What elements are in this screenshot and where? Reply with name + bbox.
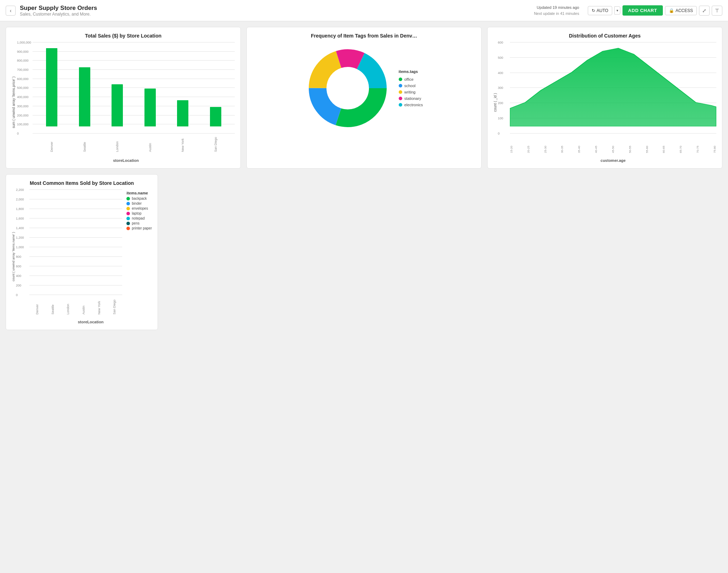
bar-denver	[46, 48, 57, 126]
add-chart-button[interactable]: ADD CHART	[622, 5, 663, 16]
auto-refresh-dropdown[interactable]: ▾	[614, 6, 620, 15]
legend-laptop: laptop	[126, 211, 152, 215]
legend-envelopes: envelopes	[126, 206, 152, 210]
app-header: ‹ Super Supply Store Orders Sales, Custo…	[0, 0, 728, 21]
chart-donut: Frequency of Item Tags from Sales in Den…	[246, 27, 482, 169]
chart-ages: Distribution of Customer Ages count ( _i…	[487, 27, 722, 169]
xtick-austin: Austin	[148, 134, 152, 152]
chart3-x-label: customer.age	[510, 158, 716, 163]
legend-notepad: notepad	[126, 216, 152, 220]
xtick-newyork: New York	[181, 134, 184, 152]
xtick-london: London	[115, 134, 119, 152]
chart4-y-label: count ( unwind array 'items.name' )	[12, 232, 15, 282]
legend-dot-electronics	[399, 103, 402, 107]
bar-london	[112, 84, 123, 126]
chart1-inner: 1,000,000 900,000 800,000 700,000 600,00…	[17, 42, 235, 163]
legend-title: items.tags	[399, 69, 423, 74]
bar-newyork	[177, 100, 188, 126]
update-status: Updated 19 minutes ago	[534, 5, 579, 11]
chart4-legend-title: items.name	[126, 191, 152, 195]
access-button[interactable]: 🔒 ACCESS	[665, 6, 697, 15]
refresh-icon: ↻	[592, 8, 595, 13]
legend-writing: writing	[399, 90, 423, 94]
bar-seattle	[79, 67, 90, 126]
chart4-legend: items.name backpack binder envelopes	[126, 189, 152, 295]
filter-button[interactable]: ⊤	[712, 6, 722, 16]
legend-printer-paper: printer paper	[126, 226, 152, 230]
auto-label: AUTO	[597, 8, 608, 13]
legend-stationary: stationary	[399, 96, 423, 101]
legend-school: school	[399, 84, 423, 88]
donut-hole	[327, 68, 368, 109]
chart4-title: Most Common Items Sold by Store Location	[12, 180, 152, 186]
chart2-title: Frequency of Item Tags from Sales in Den…	[252, 33, 476, 39]
legend-binder: binder	[126, 202, 152, 205]
chart3-title: Distribution of Customer Ages	[493, 33, 716, 39]
chart2-legend: items.tags office school writing station…	[399, 69, 423, 107]
dashboard: Total Sales ($) by Store Location sum ( …	[0, 21, 728, 336]
chart3-y-label: count ( _id )	[493, 93, 497, 112]
back-button[interactable]: ‹	[6, 6, 16, 16]
lock-icon: 🔒	[669, 8, 674, 13]
chart3-inner: 600 500 400 300 200 100 0	[499, 42, 716, 163]
xtick-denver: Denver	[50, 134, 53, 152]
access-label: ACCESS	[676, 8, 693, 13]
chart4-x-label: storeLocation	[29, 320, 152, 324]
auto-refresh-button[interactable]: ↻ AUTO	[588, 6, 612, 15]
chart2-container: items.tags office school writing station…	[252, 42, 476, 134]
bar-austin	[144, 89, 156, 126]
xtick-sandiego: San Diego	[214, 134, 217, 152]
next-update: Next update in 41 minutes	[534, 11, 579, 17]
chart4-inner: 2,200 2,000 1,800 1,600 1,400 1,200 1,00…	[17, 189, 152, 324]
chart-items-sold: Most Common Items Sold by Store Location…	[6, 174, 158, 330]
legend-dot-office	[399, 78, 402, 81]
expand-button[interactable]: ⤢	[699, 6, 710, 16]
legend-dot-school	[399, 84, 402, 87]
donut-svg	[305, 46, 390, 131]
chart4-container: count ( unwind array 'items.name' ) 2,20…	[12, 189, 152, 324]
chart1-container: sum ( unwind array 'items.price' ) 1,000…	[12, 42, 235, 163]
legend-backpack: backpack	[126, 197, 152, 200]
page-title: Super Supply Store Orders	[20, 5, 530, 12]
header-actions: ↻ AUTO ▾ ADD CHART 🔒 ACCESS ⤢ ⊤	[588, 5, 722, 16]
chart1-x-label: storeLocation	[17, 158, 235, 163]
chart1-y-label: sum ( unwind array 'items.price' )	[12, 76, 16, 128]
chart3-container: count ( _id ) 600 500 400 300 200 100 0	[493, 42, 716, 163]
legend-pens: pens	[126, 221, 152, 225]
legend-electronics: electronics	[399, 103, 423, 107]
update-info: Updated 19 minutes ago Next update in 41…	[534, 5, 579, 16]
chart-total-sales: Total Sales ($) by Store Location sum ( …	[6, 27, 241, 169]
xtick-seattle: Seattle	[83, 134, 86, 152]
legend-dot-stationary	[399, 97, 402, 100]
legend-dot-writing	[399, 90, 402, 94]
area-svg	[510, 42, 716, 126]
area-path	[510, 48, 716, 126]
page-subtitle: Sales, Customer Analytics, and More.	[20, 12, 530, 17]
bar-sandiego	[210, 107, 221, 126]
chart1-title: Total Sales ($) by Store Location	[12, 33, 235, 39]
title-area: Super Supply Store Orders Sales, Custome…	[20, 5, 530, 17]
legend-office: office	[399, 77, 423, 81]
